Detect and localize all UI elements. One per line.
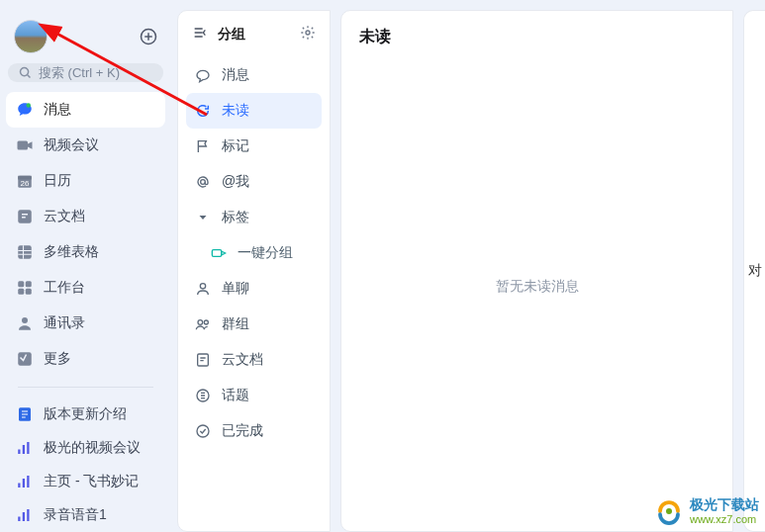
empty-state: 暂无未读消息 bbox=[359, 57, 715, 515]
table-icon bbox=[16, 243, 34, 261]
group-item-tags[interactable]: 标签 bbox=[186, 200, 322, 235]
link-label: 录音语音1 bbox=[44, 506, 107, 524]
nav-more[interactable]: 更多 bbox=[6, 341, 165, 377]
svg-rect-11 bbox=[18, 281, 24, 287]
group-item-cloud[interactable]: 云文档 bbox=[186, 342, 322, 378]
group-item-topic[interactable]: 话题 bbox=[186, 378, 322, 413]
link-jg-meeting[interactable]: 极光的视频会议 bbox=[6, 431, 165, 465]
svg-point-3 bbox=[21, 68, 29, 76]
group-label: 消息 bbox=[222, 66, 249, 84]
svg-point-15 bbox=[22, 317, 28, 323]
svg-rect-10 bbox=[18, 245, 32, 259]
group-item-onekey[interactable]: 一键分组 bbox=[186, 235, 322, 271]
gear-icon[interactable] bbox=[300, 25, 316, 44]
svg-point-5 bbox=[27, 103, 32, 108]
svg-rect-12 bbox=[26, 281, 32, 287]
doc-icon bbox=[16, 405, 34, 423]
group-panel-header: 分组 bbox=[178, 25, 330, 53]
group-label: 标签 bbox=[222, 209, 249, 226]
contacts-icon bbox=[16, 314, 34, 332]
calendar-icon: 26 bbox=[16, 172, 34, 190]
group-item-atme[interactable]: @我 bbox=[186, 164, 322, 200]
nav-label: 通讯录 bbox=[44, 314, 85, 332]
watermark-url: www.xz7.com bbox=[690, 513, 759, 525]
flag-icon bbox=[194, 137, 212, 155]
group-list: 消息 未读 标记 @我 标签 一键分组 bbox=[178, 53, 330, 449]
video-icon bbox=[16, 136, 34, 154]
content-title: 未读 bbox=[359, 27, 715, 47]
svg-point-28 bbox=[666, 508, 672, 514]
svg-rect-14 bbox=[26, 289, 32, 295]
group-label: 单聊 bbox=[222, 280, 249, 298]
svg-point-21 bbox=[200, 284, 205, 289]
svg-point-22 bbox=[198, 320, 203, 325]
search-input[interactable]: 搜索 (Ctrl + K) bbox=[8, 63, 163, 82]
nav-docs[interactable]: 云文档 bbox=[6, 199, 165, 234]
collapse-icon[interactable] bbox=[192, 25, 208, 44]
bars-icon bbox=[16, 506, 34, 524]
nav-label: 消息 bbox=[44, 101, 71, 119]
cloud-doc-icon bbox=[194, 351, 212, 369]
tag-icon bbox=[210, 244, 228, 262]
avatar[interactable] bbox=[14, 20, 48, 53]
messages-icon bbox=[16, 101, 34, 119]
group-label: 标记 bbox=[222, 137, 249, 155]
plus-icon[interactable] bbox=[140, 28, 157, 45]
empty-text: 暂无未读消息 bbox=[496, 278, 579, 296]
bars-icon bbox=[16, 439, 34, 457]
group-item-flag[interactable]: 标记 bbox=[186, 129, 322, 164]
group-item-group[interactable]: 群组 bbox=[186, 307, 322, 342]
group-item-single[interactable]: 单聊 bbox=[186, 271, 322, 307]
link-home-notes[interactable]: 主页 - 飞书妙记 bbox=[6, 465, 165, 498]
link-release-notes[interactable]: 版本更新介绍 bbox=[6, 398, 165, 431]
svg-rect-6 bbox=[18, 141, 29, 150]
hash-icon bbox=[194, 387, 212, 404]
person-icon bbox=[194, 280, 212, 298]
nav-workplace[interactable]: 工作台 bbox=[6, 270, 165, 306]
nav-bitable[interactable]: 多维表格 bbox=[6, 234, 165, 270]
nav-contacts[interactable]: 通讯录 bbox=[6, 306, 165, 341]
group-label: 话题 bbox=[222, 387, 249, 404]
search-placeholder: 搜索 (Ctrl + K) bbox=[39, 64, 120, 82]
nav-label: 日历 bbox=[44, 172, 71, 190]
group-label: 未读 bbox=[222, 102, 249, 120]
group-label: @我 bbox=[222, 173, 249, 191]
svg-line-4 bbox=[28, 75, 31, 78]
group-item-messages[interactable]: 消息 bbox=[186, 57, 322, 93]
group-panel: 分组 消息 未读 标记 @我 bbox=[177, 10, 331, 532]
chevron-down-icon bbox=[194, 209, 212, 226]
group-item-unread[interactable]: 未读 bbox=[186, 93, 322, 129]
svg-point-23 bbox=[204, 320, 208, 324]
nav-label: 工作台 bbox=[44, 279, 85, 297]
nav-label: 多维表格 bbox=[44, 243, 99, 261]
nav-calendar[interactable]: 26 日历 bbox=[6, 163, 165, 199]
group-label: 一键分组 bbox=[238, 244, 293, 262]
people-icon bbox=[194, 315, 212, 333]
group-item-done[interactable]: 已完成 bbox=[186, 413, 322, 449]
group-label: 已完成 bbox=[222, 422, 263, 440]
svg-point-18 bbox=[306, 31, 310, 35]
primary-nav: 消息 视频会议 26 日历 云文档 bbox=[0, 92, 171, 532]
bars-icon bbox=[16, 473, 34, 490]
peek-panel: 对 bbox=[743, 10, 765, 532]
sidebar-header bbox=[0, 20, 171, 63]
peek-text: 对 bbox=[748, 262, 762, 280]
watermark-logo-icon bbox=[654, 496, 684, 526]
at-icon bbox=[194, 173, 212, 191]
nav-meeting[interactable]: 视频会议 bbox=[6, 128, 165, 163]
link-recording[interactable]: 录音语音1 bbox=[6, 498, 165, 532]
svg-point-26 bbox=[197, 425, 209, 437]
sidebar: 搜索 (Ctrl + K) 消息 视频会议 26 日历 bbox=[0, 10, 171, 532]
link-label: 极光的视频会议 bbox=[44, 439, 141, 457]
docs-icon bbox=[16, 208, 34, 225]
content-panel: 未读 暂无未读消息 bbox=[340, 10, 733, 532]
grid-icon bbox=[16, 279, 34, 297]
svg-rect-13 bbox=[18, 289, 24, 295]
group-panel-title: 分组 bbox=[218, 26, 245, 44]
nav-label: 视频会议 bbox=[44, 136, 99, 154]
refresh-icon bbox=[194, 102, 212, 120]
svg-point-19 bbox=[201, 180, 206, 185]
nav-messages[interactable]: 消息 bbox=[6, 92, 165, 128]
nav-label: 更多 bbox=[44, 350, 71, 368]
link-label: 版本更新介绍 bbox=[44, 405, 127, 423]
